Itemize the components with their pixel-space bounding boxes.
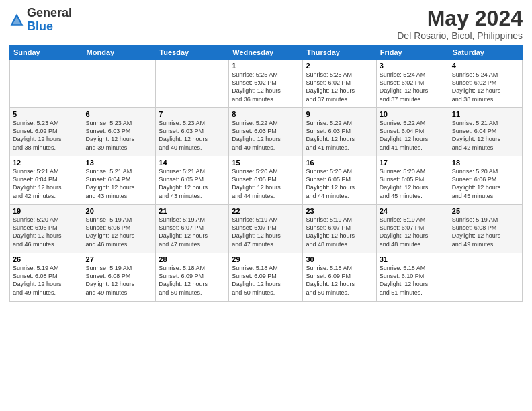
header: General Blue May 2024 Del Rosario, Bicol… bbox=[9, 7, 523, 41]
calendar-cell: 16Sunrise: 5:20 AM Sunset: 6:05 PM Dayli… bbox=[303, 156, 376, 205]
day-number: 12 bbox=[13, 158, 80, 167]
day-info: Sunrise: 5:19 AM Sunset: 6:08 PM Dayligh… bbox=[13, 264, 80, 297]
page: General Blue May 2024 Del Rosario, Bicol… bbox=[0, 0, 532, 411]
week-row-4: 26Sunrise: 5:19 AM Sunset: 6:08 PM Dayli… bbox=[10, 253, 523, 302]
calendar-cell: 12Sunrise: 5:21 AM Sunset: 6:04 PM Dayli… bbox=[10, 156, 83, 205]
day-number: 13 bbox=[86, 158, 153, 167]
day-info: Sunrise: 5:23 AM Sunset: 6:03 PM Dayligh… bbox=[86, 119, 153, 152]
day-number: 23 bbox=[306, 207, 373, 215]
day-info: Sunrise: 5:22 AM Sunset: 6:03 PM Dayligh… bbox=[232, 119, 300, 152]
day-info: Sunrise: 5:21 AM Sunset: 6:04 PM Dayligh… bbox=[86, 167, 153, 200]
calendar-cell: 20Sunrise: 5:19 AM Sunset: 6:06 PM Dayli… bbox=[83, 205, 156, 253]
day-number: 6 bbox=[86, 110, 153, 118]
day-number: 4 bbox=[452, 62, 519, 70]
weekday-header-tuesday: Tuesday bbox=[156, 46, 229, 60]
calendar-cell bbox=[156, 60, 229, 108]
day-number: 20 bbox=[86, 207, 153, 215]
day-number: 21 bbox=[159, 207, 226, 215]
logo-text: General Blue bbox=[27, 7, 72, 34]
calendar-cell: 4Sunrise: 5:24 AM Sunset: 6:02 PM Daylig… bbox=[449, 60, 522, 108]
day-number: 27 bbox=[86, 255, 153, 263]
day-info: Sunrise: 5:20 AM Sunset: 6:06 PM Dayligh… bbox=[452, 167, 519, 200]
week-row-3: 19Sunrise: 5:20 AM Sunset: 6:06 PM Dayli… bbox=[10, 205, 523, 253]
calendar-cell: 29Sunrise: 5:18 AM Sunset: 6:09 PM Dayli… bbox=[229, 253, 303, 302]
calendar-cell: 7Sunrise: 5:23 AM Sunset: 6:03 PM Daylig… bbox=[156, 108, 229, 156]
calendar-cell: 15Sunrise: 5:20 AM Sunset: 6:05 PM Dayli… bbox=[229, 156, 303, 205]
weekday-header-monday: Monday bbox=[83, 46, 156, 60]
calendar-cell: 10Sunrise: 5:22 AM Sunset: 6:04 PM Dayli… bbox=[376, 108, 449, 156]
calendar-cell bbox=[83, 60, 156, 108]
weekday-header-saturday: Saturday bbox=[449, 46, 522, 60]
day-info: Sunrise: 5:21 AM Sunset: 6:04 PM Dayligh… bbox=[452, 119, 519, 152]
calendar-cell: 13Sunrise: 5:21 AM Sunset: 6:04 PM Dayli… bbox=[83, 156, 156, 205]
day-info: Sunrise: 5:18 AM Sunset: 6:10 PM Dayligh… bbox=[380, 264, 446, 297]
main-title: May 2024 bbox=[397, 7, 523, 30]
day-info: Sunrise: 5:18 AM Sunset: 6:09 PM Dayligh… bbox=[232, 264, 300, 297]
day-info: Sunrise: 5:19 AM Sunset: 6:07 PM Dayligh… bbox=[232, 216, 300, 248]
day-number: 2 bbox=[306, 62, 373, 70]
calendar-cell: 22Sunrise: 5:19 AM Sunset: 6:07 PM Dayli… bbox=[229, 205, 303, 253]
day-number: 14 bbox=[159, 158, 226, 167]
calendar-cell: 21Sunrise: 5:19 AM Sunset: 6:07 PM Dayli… bbox=[156, 205, 229, 253]
calendar-cell: 18Sunrise: 5:20 AM Sunset: 6:06 PM Dayli… bbox=[449, 156, 522, 205]
calendar-cell: 19Sunrise: 5:20 AM Sunset: 6:06 PM Dayli… bbox=[10, 205, 83, 253]
calendar-cell: 3Sunrise: 5:24 AM Sunset: 6:02 PM Daylig… bbox=[376, 60, 449, 108]
day-info: Sunrise: 5:18 AM Sunset: 6:09 PM Dayligh… bbox=[159, 264, 226, 297]
day-info: Sunrise: 5:20 AM Sunset: 6:05 PM Dayligh… bbox=[232, 167, 300, 200]
week-row-1: 5Sunrise: 5:23 AM Sunset: 6:02 PM Daylig… bbox=[10, 108, 523, 156]
day-number: 28 bbox=[159, 255, 226, 263]
day-info: Sunrise: 5:19 AM Sunset: 6:08 PM Dayligh… bbox=[452, 216, 519, 248]
calendar-cell: 28Sunrise: 5:18 AM Sunset: 6:09 PM Dayli… bbox=[156, 253, 229, 302]
day-number: 7 bbox=[159, 110, 226, 118]
calendar-cell: 14Sunrise: 5:21 AM Sunset: 6:05 PM Dayli… bbox=[156, 156, 229, 205]
day-info: Sunrise: 5:21 AM Sunset: 6:04 PM Dayligh… bbox=[13, 167, 80, 200]
calendar-cell: 11Sunrise: 5:21 AM Sunset: 6:04 PM Dayli… bbox=[449, 108, 522, 156]
calendar: SundayMondayTuesdayWednesdayThursdayFrid… bbox=[9, 45, 523, 302]
week-row-2: 12Sunrise: 5:21 AM Sunset: 6:04 PM Dayli… bbox=[10, 156, 523, 205]
day-number: 25 bbox=[452, 207, 519, 215]
title-block: May 2024 Del Rosario, Bicol, Philippines bbox=[397, 7, 523, 41]
day-number: 3 bbox=[380, 62, 446, 70]
calendar-cell: 24Sunrise: 5:19 AM Sunset: 6:07 PM Dayli… bbox=[376, 205, 449, 253]
calendar-cell: 27Sunrise: 5:19 AM Sunset: 6:08 PM Dayli… bbox=[83, 253, 156, 302]
weekday-header-thursday: Thursday bbox=[303, 46, 376, 60]
day-number: 10 bbox=[380, 110, 446, 118]
calendar-cell bbox=[10, 60, 83, 108]
day-info: Sunrise: 5:18 AM Sunset: 6:09 PM Dayligh… bbox=[306, 264, 373, 297]
day-info: Sunrise: 5:19 AM Sunset: 6:07 PM Dayligh… bbox=[306, 216, 373, 248]
day-number: 19 bbox=[13, 207, 80, 215]
calendar-cell bbox=[449, 253, 522, 302]
day-number: 26 bbox=[13, 255, 80, 263]
calendar-cell: 8Sunrise: 5:22 AM Sunset: 6:03 PM Daylig… bbox=[229, 108, 303, 156]
day-number: 9 bbox=[306, 110, 373, 118]
day-info: Sunrise: 5:23 AM Sunset: 6:02 PM Dayligh… bbox=[13, 119, 80, 152]
day-info: Sunrise: 5:20 AM Sunset: 6:05 PM Dayligh… bbox=[306, 167, 373, 200]
week-row-0: 1Sunrise: 5:25 AM Sunset: 6:02 PM Daylig… bbox=[10, 60, 523, 108]
day-number: 18 bbox=[452, 158, 519, 167]
day-number: 22 bbox=[232, 207, 300, 215]
day-info: Sunrise: 5:23 AM Sunset: 6:03 PM Dayligh… bbox=[159, 119, 226, 152]
logo: General Blue bbox=[9, 7, 72, 34]
day-number: 16 bbox=[306, 158, 373, 167]
calendar-cell: 17Sunrise: 5:20 AM Sunset: 6:05 PM Dayli… bbox=[376, 156, 449, 205]
day-number: 8 bbox=[232, 110, 300, 118]
weekday-header-sunday: Sunday bbox=[10, 46, 83, 60]
logo-blue: Blue bbox=[27, 19, 53, 33]
day-info: Sunrise: 5:25 AM Sunset: 6:02 PM Dayligh… bbox=[306, 71, 373, 103]
day-number: 30 bbox=[306, 255, 373, 263]
day-info: Sunrise: 5:22 AM Sunset: 6:04 PM Dayligh… bbox=[380, 119, 446, 152]
logo-icon bbox=[9, 13, 24, 28]
day-number: 29 bbox=[232, 255, 300, 263]
calendar-cell: 6Sunrise: 5:23 AM Sunset: 6:03 PM Daylig… bbox=[83, 108, 156, 156]
calendar-cell: 9Sunrise: 5:22 AM Sunset: 6:03 PM Daylig… bbox=[303, 108, 376, 156]
day-info: Sunrise: 5:22 AM Sunset: 6:03 PM Dayligh… bbox=[306, 119, 373, 152]
day-info: Sunrise: 5:21 AM Sunset: 6:05 PM Dayligh… bbox=[159, 167, 226, 200]
weekday-header-friday: Friday bbox=[376, 46, 449, 60]
weekday-header-wednesday: Wednesday bbox=[229, 46, 303, 60]
day-info: Sunrise: 5:19 AM Sunset: 6:06 PM Dayligh… bbox=[86, 216, 153, 248]
day-info: Sunrise: 5:19 AM Sunset: 6:07 PM Dayligh… bbox=[380, 216, 446, 248]
calendar-cell: 5Sunrise: 5:23 AM Sunset: 6:02 PM Daylig… bbox=[10, 108, 83, 156]
day-number: 31 bbox=[380, 255, 446, 263]
day-info: Sunrise: 5:20 AM Sunset: 6:06 PM Dayligh… bbox=[13, 216, 80, 248]
day-info: Sunrise: 5:24 AM Sunset: 6:02 PM Dayligh… bbox=[380, 71, 446, 103]
